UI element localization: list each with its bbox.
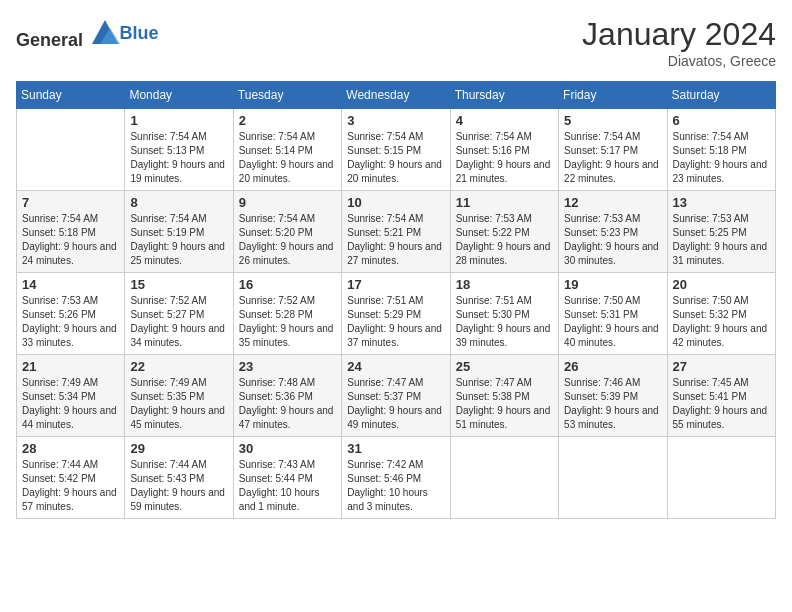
day-number: 17: [347, 277, 444, 292]
logo-blue: Blue: [120, 23, 159, 44]
month-year: January 2024: [582, 16, 776, 53]
page-header: General Blue January 2024 Diavatos, Gree…: [16, 16, 776, 69]
day-number: 11: [456, 195, 553, 210]
cell-info: Sunrise: 7:47 AMSunset: 5:38 PMDaylight:…: [456, 376, 553, 432]
cell-info: Sunrise: 7:54 AMSunset: 5:20 PMDaylight:…: [239, 212, 336, 268]
calendar-cell: 8Sunrise: 7:54 AMSunset: 5:19 PMDaylight…: [125, 191, 233, 273]
cell-info: Sunrise: 7:53 AMSunset: 5:23 PMDaylight:…: [564, 212, 661, 268]
calendar-cell: 19Sunrise: 7:50 AMSunset: 5:31 PMDayligh…: [559, 273, 667, 355]
location: Diavatos, Greece: [582, 53, 776, 69]
calendar-cell: 16Sunrise: 7:52 AMSunset: 5:28 PMDayligh…: [233, 273, 341, 355]
calendar-day-header: Friday: [559, 82, 667, 109]
calendar-cell: [667, 437, 775, 519]
cell-info: Sunrise: 7:54 AMSunset: 5:18 PMDaylight:…: [673, 130, 770, 186]
calendar-week-row: 14Sunrise: 7:53 AMSunset: 5:26 PMDayligh…: [17, 273, 776, 355]
calendar-cell: 17Sunrise: 7:51 AMSunset: 5:29 PMDayligh…: [342, 273, 450, 355]
calendar-cell: 29Sunrise: 7:44 AMSunset: 5:43 PMDayligh…: [125, 437, 233, 519]
cell-info: Sunrise: 7:50 AMSunset: 5:32 PMDaylight:…: [673, 294, 770, 350]
day-number: 13: [673, 195, 770, 210]
day-number: 27: [673, 359, 770, 374]
day-number: 30: [239, 441, 336, 456]
cell-info: Sunrise: 7:54 AMSunset: 5:18 PMDaylight:…: [22, 212, 119, 268]
day-number: 14: [22, 277, 119, 292]
calendar-cell: 15Sunrise: 7:52 AMSunset: 5:27 PMDayligh…: [125, 273, 233, 355]
logo-icon: [90, 16, 120, 46]
cell-info: Sunrise: 7:51 AMSunset: 5:29 PMDaylight:…: [347, 294, 444, 350]
day-number: 2: [239, 113, 336, 128]
cell-info: Sunrise: 7:54 AMSunset: 5:13 PMDaylight:…: [130, 130, 227, 186]
cell-info: Sunrise: 7:44 AMSunset: 5:42 PMDaylight:…: [22, 458, 119, 514]
cell-info: Sunrise: 7:49 AMSunset: 5:35 PMDaylight:…: [130, 376, 227, 432]
logo: General Blue: [16, 16, 159, 51]
title-block: January 2024 Diavatos, Greece: [582, 16, 776, 69]
cell-info: Sunrise: 7:46 AMSunset: 5:39 PMDaylight:…: [564, 376, 661, 432]
day-number: 5: [564, 113, 661, 128]
cell-info: Sunrise: 7:50 AMSunset: 5:31 PMDaylight:…: [564, 294, 661, 350]
calendar-week-row: 7Sunrise: 7:54 AMSunset: 5:18 PMDaylight…: [17, 191, 776, 273]
cell-info: Sunrise: 7:43 AMSunset: 5:44 PMDaylight:…: [239, 458, 336, 514]
calendar-cell: 24Sunrise: 7:47 AMSunset: 5:37 PMDayligh…: [342, 355, 450, 437]
day-number: 28: [22, 441, 119, 456]
calendar-cell: 27Sunrise: 7:45 AMSunset: 5:41 PMDayligh…: [667, 355, 775, 437]
day-number: 6: [673, 113, 770, 128]
day-number: 10: [347, 195, 444, 210]
day-number: 26: [564, 359, 661, 374]
day-number: 3: [347, 113, 444, 128]
cell-info: Sunrise: 7:54 AMSunset: 5:15 PMDaylight:…: [347, 130, 444, 186]
calendar-cell: 30Sunrise: 7:43 AMSunset: 5:44 PMDayligh…: [233, 437, 341, 519]
day-number: 24: [347, 359, 444, 374]
cell-info: Sunrise: 7:44 AMSunset: 5:43 PMDaylight:…: [130, 458, 227, 514]
day-number: 20: [673, 277, 770, 292]
calendar-cell: 1Sunrise: 7:54 AMSunset: 5:13 PMDaylight…: [125, 109, 233, 191]
cell-info: Sunrise: 7:42 AMSunset: 5:46 PMDaylight:…: [347, 458, 444, 514]
cell-info: Sunrise: 7:52 AMSunset: 5:28 PMDaylight:…: [239, 294, 336, 350]
calendar-cell: 2Sunrise: 7:54 AMSunset: 5:14 PMDaylight…: [233, 109, 341, 191]
day-number: 31: [347, 441, 444, 456]
calendar-day-header: Saturday: [667, 82, 775, 109]
calendar-cell: 21Sunrise: 7:49 AMSunset: 5:34 PMDayligh…: [17, 355, 125, 437]
calendar-cell: 14Sunrise: 7:53 AMSunset: 5:26 PMDayligh…: [17, 273, 125, 355]
calendar-cell: 22Sunrise: 7:49 AMSunset: 5:35 PMDayligh…: [125, 355, 233, 437]
cell-info: Sunrise: 7:53 AMSunset: 5:22 PMDaylight:…: [456, 212, 553, 268]
cell-info: Sunrise: 7:52 AMSunset: 5:27 PMDaylight:…: [130, 294, 227, 350]
day-number: 1: [130, 113, 227, 128]
cell-info: Sunrise: 7:49 AMSunset: 5:34 PMDaylight:…: [22, 376, 119, 432]
calendar-day-header: Wednesday: [342, 82, 450, 109]
day-number: 9: [239, 195, 336, 210]
calendar-cell: 7Sunrise: 7:54 AMSunset: 5:18 PMDaylight…: [17, 191, 125, 273]
day-number: 19: [564, 277, 661, 292]
calendar-cell: 28Sunrise: 7:44 AMSunset: 5:42 PMDayligh…: [17, 437, 125, 519]
calendar-cell: 3Sunrise: 7:54 AMSunset: 5:15 PMDaylight…: [342, 109, 450, 191]
calendar-week-row: 21Sunrise: 7:49 AMSunset: 5:34 PMDayligh…: [17, 355, 776, 437]
calendar-cell: 10Sunrise: 7:54 AMSunset: 5:21 PMDayligh…: [342, 191, 450, 273]
calendar-cell: 13Sunrise: 7:53 AMSunset: 5:25 PMDayligh…: [667, 191, 775, 273]
day-number: 7: [22, 195, 119, 210]
day-number: 29: [130, 441, 227, 456]
day-number: 8: [130, 195, 227, 210]
day-number: 21: [22, 359, 119, 374]
calendar-day-header: Thursday: [450, 82, 558, 109]
cell-info: Sunrise: 7:54 AMSunset: 5:16 PMDaylight:…: [456, 130, 553, 186]
cell-info: Sunrise: 7:54 AMSunset: 5:21 PMDaylight:…: [347, 212, 444, 268]
calendar-table: SundayMondayTuesdayWednesdayThursdayFrid…: [16, 81, 776, 519]
day-number: 16: [239, 277, 336, 292]
calendar-cell: 31Sunrise: 7:42 AMSunset: 5:46 PMDayligh…: [342, 437, 450, 519]
cell-info: Sunrise: 7:47 AMSunset: 5:37 PMDaylight:…: [347, 376, 444, 432]
cell-info: Sunrise: 7:54 AMSunset: 5:17 PMDaylight:…: [564, 130, 661, 186]
day-number: 18: [456, 277, 553, 292]
calendar-header-row: SundayMondayTuesdayWednesdayThursdayFrid…: [17, 82, 776, 109]
calendar-day-header: Monday: [125, 82, 233, 109]
calendar-day-header: Tuesday: [233, 82, 341, 109]
calendar-cell: [450, 437, 558, 519]
calendar-cell: 23Sunrise: 7:48 AMSunset: 5:36 PMDayligh…: [233, 355, 341, 437]
cell-info: Sunrise: 7:54 AMSunset: 5:14 PMDaylight:…: [239, 130, 336, 186]
cell-info: Sunrise: 7:51 AMSunset: 5:30 PMDaylight:…: [456, 294, 553, 350]
calendar-week-row: 1Sunrise: 7:54 AMSunset: 5:13 PMDaylight…: [17, 109, 776, 191]
day-number: 23: [239, 359, 336, 374]
calendar-cell: 9Sunrise: 7:54 AMSunset: 5:20 PMDaylight…: [233, 191, 341, 273]
calendar-cell: 11Sunrise: 7:53 AMSunset: 5:22 PMDayligh…: [450, 191, 558, 273]
day-number: 15: [130, 277, 227, 292]
calendar-cell: 12Sunrise: 7:53 AMSunset: 5:23 PMDayligh…: [559, 191, 667, 273]
day-number: 12: [564, 195, 661, 210]
day-number: 22: [130, 359, 227, 374]
